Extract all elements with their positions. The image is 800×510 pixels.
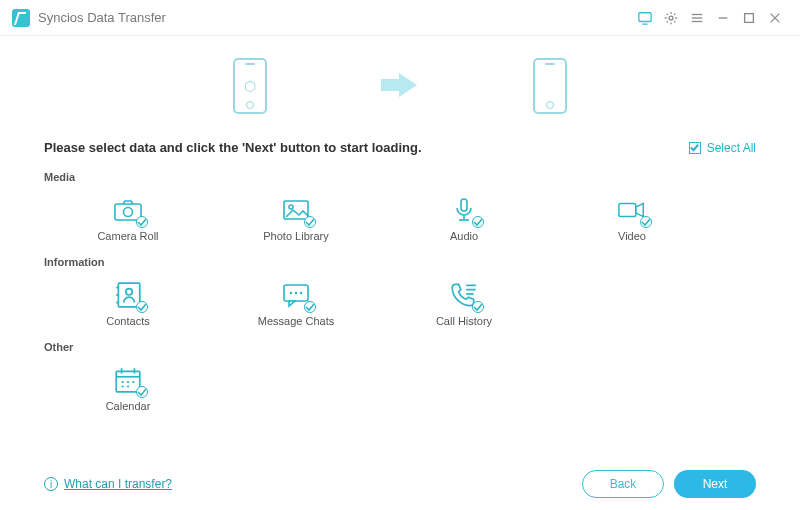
target-device-apple-icon <box>533 58 567 114</box>
group-title-media: Media <box>44 171 756 183</box>
item-audio[interactable]: Audio <box>380 189 548 246</box>
group-title-other: Other <box>44 341 756 353</box>
instruction-text: Please select data and click the 'Next' … <box>44 140 689 155</box>
next-button[interactable]: Next <box>674 470 756 498</box>
item-video[interactable]: Video <box>548 189 716 246</box>
item-label: Contacts <box>44 315 212 327</box>
content-area: Media Camera Roll Photo Library Audio Vi… <box>0 155 800 416</box>
maximize-icon[interactable] <box>736 5 762 31</box>
help-link-label: What can I transfer? <box>64 477 172 491</box>
camera-icon <box>44 193 212 227</box>
transfer-arrow-icon <box>377 70 423 103</box>
item-label: Video <box>548 230 716 242</box>
svg-rect-18 <box>619 203 636 216</box>
calendar-icon <box>44 363 212 397</box>
back-button[interactable]: Back <box>582 470 664 498</box>
app-logo-icon <box>12 9 30 27</box>
titlebar: Syncios Data Transfer <box>0 0 800 36</box>
item-calendar[interactable]: Calendar <box>44 359 212 416</box>
group-title-information: Information <box>44 256 756 268</box>
info-icon: i <box>44 477 58 491</box>
minimize-icon[interactable] <box>710 5 736 31</box>
item-label: Camera Roll <box>44 230 212 242</box>
group-other: Calendar <box>44 359 756 416</box>
item-label: Calendar <box>44 400 212 412</box>
svg-point-29 <box>300 292 302 294</box>
audio-icon <box>380 193 548 227</box>
svg-marker-26 <box>289 301 295 306</box>
photo-icon <box>212 193 380 227</box>
svg-rect-7 <box>745 13 754 22</box>
message-icon <box>212 278 380 312</box>
video-icon <box>548 193 716 227</box>
item-label: Audio <box>380 230 548 242</box>
select-all-label: Select All <box>707 141 756 155</box>
item-label: Call History <box>380 315 548 327</box>
phone-icon <box>380 278 548 312</box>
item-camera-roll[interactable]: Camera Roll <box>44 189 212 246</box>
footer: i What can I transfer? Back Next <box>0 458 800 510</box>
contacts-icon <box>44 278 212 312</box>
section-bar: Please select data and click the 'Next' … <box>0 140 800 155</box>
svg-point-14 <box>289 205 293 209</box>
svg-marker-10 <box>381 73 417 97</box>
menu-icon[interactable] <box>684 5 710 31</box>
svg-point-24 <box>126 289 132 295</box>
item-call-history[interactable]: Call History <box>380 274 548 331</box>
source-device-android-icon: ⬡ <box>233 58 267 114</box>
svg-point-28 <box>295 292 297 294</box>
app-title: Syncios Data Transfer <box>38 10 166 25</box>
item-label: Message Chats <box>212 315 380 327</box>
item-contacts[interactable]: Contacts <box>44 274 212 331</box>
item-photo-library[interactable]: Photo Library <box>212 189 380 246</box>
screen-icon[interactable] <box>632 5 658 31</box>
gear-icon[interactable] <box>658 5 684 31</box>
svg-point-2 <box>669 16 673 20</box>
select-all-checkbox[interactable]: Select All <box>689 141 756 155</box>
svg-rect-0 <box>639 12 651 21</box>
group-media: Camera Roll Photo Library Audio Video <box>44 189 756 246</box>
group-information: Contacts Message Chats Call History <box>44 274 756 331</box>
device-row: ⬡ <box>0 36 800 136</box>
svg-rect-15 <box>461 199 467 211</box>
help-link[interactable]: i What can I transfer? <box>44 477 172 491</box>
svg-point-12 <box>124 208 133 217</box>
check-icon <box>689 142 701 154</box>
item-message-chats[interactable]: Message Chats <box>212 274 380 331</box>
svg-point-27 <box>290 292 292 294</box>
item-label: Photo Library <box>212 230 380 242</box>
close-icon[interactable] <box>762 5 788 31</box>
